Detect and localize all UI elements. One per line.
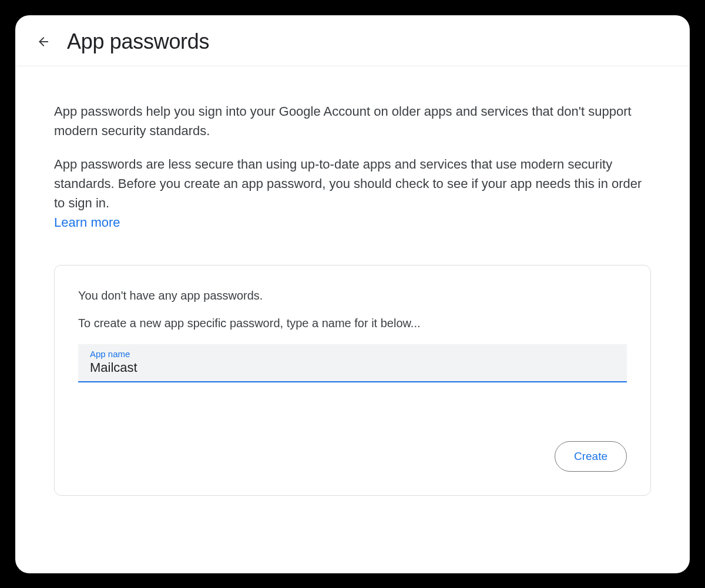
app-name-input-wrapper[interactable]: App name	[78, 344, 627, 382]
create-password-card: You don't have any app passwords. To cre…	[54, 265, 651, 496]
page-header: App passwords	[15, 15, 690, 66]
description-paragraph-2: App passwords are less secure than using…	[54, 154, 651, 232]
description-paragraph-1: App passwords help you sign into your Go…	[54, 102, 651, 140]
instruction-text: To create a new app specific password, t…	[78, 317, 627, 330]
app-passwords-window: App passwords App passwords help you sig…	[15, 15, 690, 573]
description-paragraph-2-text: App passwords are less secure than using…	[54, 157, 642, 210]
page-content: App passwords help you sign into your Go…	[15, 66, 690, 519]
page-title: App passwords	[67, 29, 209, 54]
learn-more-link[interactable]: Learn more	[54, 215, 120, 230]
back-button[interactable]	[32, 30, 55, 53]
app-name-label: App name	[90, 349, 615, 359]
empty-state-text: You don't have any app passwords.	[78, 289, 627, 303]
arrow-left-icon	[36, 35, 51, 49]
create-button[interactable]: Create	[555, 441, 627, 472]
app-name-input[interactable]	[90, 360, 615, 375]
button-row: Create	[78, 441, 627, 472]
